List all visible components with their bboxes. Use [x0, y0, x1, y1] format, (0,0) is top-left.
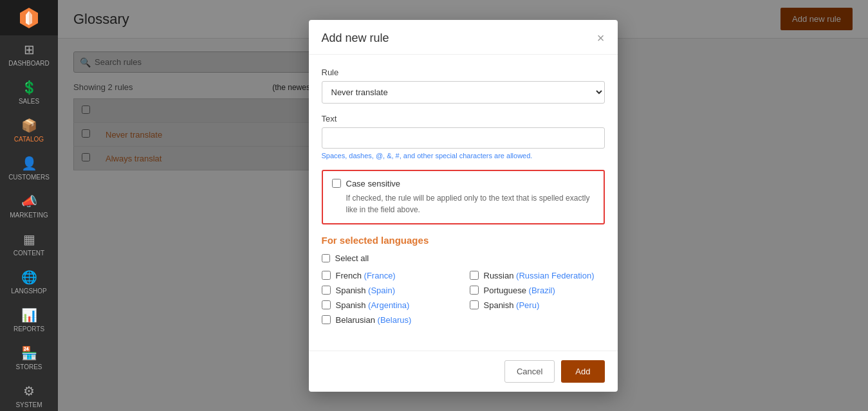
text-field-group: Text Spaces, dashes, @, &, #, and other … [322, 114, 605, 160]
modal-title: Add new rule [322, 32, 389, 45]
customers-icon: 👤 [21, 156, 37, 171]
langshop-icon: 🌐 [21, 269, 37, 285]
system-icon: ⚙ [23, 383, 35, 399]
lang-checkbox-fr[interactable] [322, 271, 331, 280]
lang-item-fr: French (France) [322, 271, 457, 280]
case-sensitive-description: If checked, the rule will be applied onl… [332, 192, 595, 215]
text-label: Text [322, 114, 605, 123]
modal-footer: Cancel Add [309, 351, 618, 392]
sidebar: ⊞ DASHBOARD 💲 SALES 📦 CATALOG 👤 CUSTOMER… [0, 0, 58, 411]
lang-checkbox-ru[interactable] [470, 271, 479, 280]
sidebar-item-system[interactable]: ⚙ SYSTEM [0, 377, 58, 411]
lang-checkbox-es-pe[interactable] [470, 300, 479, 309]
add-new-rule-modal: Add new rule × Rule Never translate Alwa… [309, 20, 618, 392]
modal-close-button[interactable]: × [597, 32, 605, 44]
select-all-row: Select all [322, 253, 605, 263]
lang-checkbox-be[interactable] [322, 315, 331, 324]
modal-header: Add new rule × [309, 20, 618, 55]
magento-logo-icon [17, 6, 41, 30]
sidebar-item-stores[interactable]: 🏪 STORES [0, 339, 58, 377]
select-all-label[interactable]: Select all [335, 253, 369, 263]
lang-item-es-es: Spanish (Spain) [322, 286, 457, 295]
lang-checkbox-es-ar[interactable] [322, 300, 331, 309]
lang-item-ru: Russian (Russian Federation) [470, 271, 605, 280]
lang-item-es-pe: Spanish (Peru) [470, 300, 605, 310]
rule-label: Rule [322, 68, 605, 77]
lang-item-be: Belarusian (Belarus) [322, 315, 457, 325]
content-icon: ▦ [23, 232, 35, 247]
case-sensitive-box: Case sensitive If checked, the rule will… [322, 170, 605, 224]
sidebar-logo [0, 0, 58, 35]
rule-select[interactable]: Never translate Always translate [322, 81, 605, 104]
case-sensitive-row: Case sensitive [332, 179, 595, 188]
sidebar-item-marketing[interactable]: 📣 MARKETING [0, 187, 58, 225]
modal-body: Rule Never translate Always translate Te… [309, 55, 618, 351]
add-button[interactable]: Add [561, 360, 604, 383]
select-all-languages-checkbox[interactable] [322, 254, 330, 262]
lang-checkbox-es-es[interactable] [322, 286, 331, 295]
text-hint: Spaces, dashes, @, &, #, and other speci… [322, 152, 605, 160]
rule-field-group: Rule Never translate Always translate [322, 68, 605, 104]
sidebar-item-dashboard[interactable]: ⊞ DASHBOARD [0, 35, 58, 73]
catalog-icon: 📦 [21, 118, 37, 133]
sidebar-item-langshop[interactable]: 🌐 LANGSHOP [0, 263, 58, 301]
marketing-icon: 📣 [21, 194, 37, 209]
languages-section-title: For selected languages [322, 235, 605, 246]
lang-item-pt-br: Portuguese (Brazil) [470, 286, 605, 295]
sidebar-item-content[interactable]: ▦ CONTENT [0, 225, 58, 263]
stores-icon: 🏪 [21, 345, 37, 361]
main-content: Glossary Add new rule 🔍 Showing 2 rules … [58, 0, 868, 411]
lang-item-es-ar: Spanish (Argentina) [322, 300, 457, 310]
case-sensitive-label[interactable]: Case sensitive [346, 179, 401, 188]
sidebar-item-customers[interactable]: 👤 CUSTOMERS [0, 149, 58, 187]
sidebar-item-sales[interactable]: 💲 SALES [0, 73, 58, 111]
case-sensitive-checkbox[interactable] [332, 179, 341, 188]
cancel-button[interactable]: Cancel [504, 360, 555, 383]
sales-icon: 💲 [21, 80, 37, 95]
text-input[interactable] [322, 127, 605, 149]
sidebar-item-catalog[interactable]: 📦 CATALOG [0, 111, 58, 149]
sidebar-item-reports[interactable]: 📊 REPORTS [0, 301, 58, 339]
reports-icon: 📊 [21, 307, 37, 323]
dashboard-icon: ⊞ [24, 42, 35, 57]
lang-checkbox-pt-br[interactable] [470, 286, 479, 295]
modal-overlay: Add new rule × Rule Never translate Alwa… [58, 0, 868, 411]
languages-grid: French (France) Russian (Russian Federat… [322, 271, 605, 325]
